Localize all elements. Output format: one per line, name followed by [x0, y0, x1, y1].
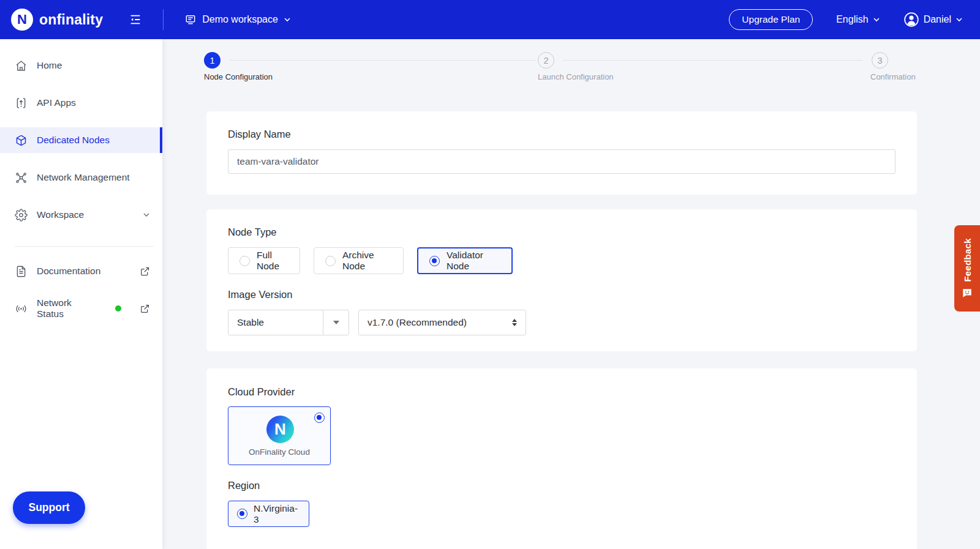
onfinality-logo-icon: N — [11, 9, 33, 31]
chevron-down-icon — [284, 16, 291, 23]
external-link-icon — [140, 304, 150, 314]
brand-name: onfinality — [39, 12, 103, 28]
top-navbar: N onfinality Demo workspace Upgrade Plan… — [0, 0, 980, 39]
step-2-label: Launch Configuration — [538, 72, 614, 81]
upgrade-plan-button[interactable]: Upgrade Plan — [729, 9, 813, 30]
sidebar-divider — [15, 246, 154, 247]
node-type-label: Node Type — [228, 226, 277, 238]
sidebar: Home API Apps Dedicated Nodes Network — [0, 39, 162, 549]
support-button[interactable]: Support — [13, 491, 85, 524]
chevron-down-icon — [143, 211, 150, 218]
language-label: English — [836, 14, 868, 25]
monitor-icon — [184, 13, 197, 26]
feedback-label: Feedback — [962, 238, 973, 282]
sidebar-collapse-icon[interactable] — [129, 13, 142, 26]
home-icon — [15, 59, 28, 72]
image-version-select[interactable]: v1.7.0 (Recommended) — [358, 310, 526, 335]
feedback-tab[interactable]: Feedback — [954, 225, 980, 312]
sidebar-item-label: Documentation — [37, 266, 100, 277]
provider-option-onfinality-cloud[interactable]: N OnFinality Cloud — [228, 406, 331, 465]
step-3-circle: 3 — [872, 52, 888, 69]
step-connector — [563, 60, 863, 61]
signal-icon — [15, 302, 28, 315]
provider-option-label: OnFinality Cloud — [228, 447, 330, 457]
step-1-label: Node Configuration — [204, 72, 273, 81]
sidebar-item-dedicated-nodes[interactable]: Dedicated Nodes — [0, 127, 162, 153]
node-type-option-label: Full Node — [257, 250, 288, 272]
node-type-option-archive-node[interactable]: Archive Node — [314, 247, 404, 274]
radio-checked-icon — [237, 509, 247, 519]
sidebar-item-label: Workspace — [37, 209, 84, 220]
language-selector[interactable]: English — [836, 14, 880, 25]
node-type-option-full-node[interactable]: Full Node — [228, 247, 300, 274]
feedback-smiley-icon — [962, 288, 973, 299]
radio-icon — [325, 256, 336, 266]
step-1-circle: 1 — [204, 52, 221, 69]
main-content: 1 Node Configuration 2 Launch Configurat… — [162, 39, 980, 549]
brand[interactable]: N onfinality — [0, 9, 103, 31]
network-icon — [15, 171, 28, 184]
cloud-provider-card: Cloud Provider N OnFinality Cloud Region… — [206, 368, 917, 549]
document-icon — [15, 265, 28, 278]
radio-icon — [239, 256, 250, 266]
sidebar-item-network-status[interactable]: Network Status — [0, 296, 162, 321]
api-apps-icon — [15, 97, 28, 110]
chevron-down-icon — [956, 16, 963, 23]
app-root: N onfinality Demo workspace Upgrade Plan… — [0, 0, 980, 549]
sidebar-item-label: Dedicated Nodes — [37, 135, 110, 146]
up-down-arrows-icon — [512, 319, 526, 326]
image-version-label: Image Version — [228, 289, 292, 301]
topbar-divider — [163, 9, 164, 30]
cube-icon — [15, 134, 28, 147]
user-menu[interactable]: Daniel — [903, 12, 963, 28]
sidebar-item-network-management[interactable]: Network Management — [0, 165, 162, 190]
gear-icon — [15, 209, 28, 222]
wizard-stepper: 1 Node Configuration 2 Launch Configurat… — [162, 39, 980, 88]
image-channel-select[interactable]: Stable — [228, 310, 349, 335]
image-version-value: v1.7.0 (Recommended) — [359, 317, 467, 328]
region-option-label: N.Virginia-3 — [254, 503, 300, 525]
sidebar-item-label: API Apps — [37, 97, 76, 108]
node-type-option-validator-node[interactable]: Validator Node — [417, 247, 513, 274]
sidebar-item-workspace[interactable]: Workspace — [0, 202, 162, 228]
sidebar-item-home[interactable]: Home — [0, 53, 162, 78]
step-connector — [229, 60, 535, 61]
node-type-card: Node Type Full Node Archive Node Validat… — [206, 209, 917, 351]
workspace-name: Demo workspace — [202, 14, 278, 25]
image-channel-value: Stable — [228, 317, 264, 328]
external-link-icon — [140, 266, 150, 277]
radio-checked-icon — [429, 256, 440, 266]
onfinality-cloud-logo-icon: N — [266, 416, 294, 443]
status-online-dot — [115, 305, 121, 312]
radio-checked-icon — [314, 413, 325, 423]
avatar-icon — [903, 12, 919, 28]
node-type-option-label: Archive Node — [342, 250, 392, 272]
chevron-down-icon — [873, 16, 880, 23]
step-3-label: Confirmation — [870, 72, 916, 81]
user-name: Daniel — [924, 14, 951, 25]
display-name-input[interactable] — [228, 149, 895, 174]
workspace-selector[interactable]: Demo workspace — [184, 13, 291, 26]
display-name-label: Display Name — [228, 129, 291, 140]
sidebar-item-label: Network Management — [37, 172, 130, 183]
region-option-nvirginia-3[interactable]: N.Virginia-3 — [228, 501, 309, 527]
region-label: Region — [228, 480, 260, 491]
sidebar-item-api-apps[interactable]: API Apps — [0, 90, 162, 116]
step-2-circle: 2 — [538, 52, 554, 69]
cloud-provider-label: Cloud Provider — [228, 386, 295, 398]
caret-down-icon — [323, 310, 349, 335]
sidebar-item-label: Home — [37, 60, 62, 71]
sidebar-item-documentation[interactable]: Documentation — [0, 258, 162, 284]
display-name-card: Display Name — [206, 111, 917, 195]
sidebar-item-label: Network Status — [37, 297, 100, 319]
node-type-option-label: Validator Node — [447, 250, 500, 272]
